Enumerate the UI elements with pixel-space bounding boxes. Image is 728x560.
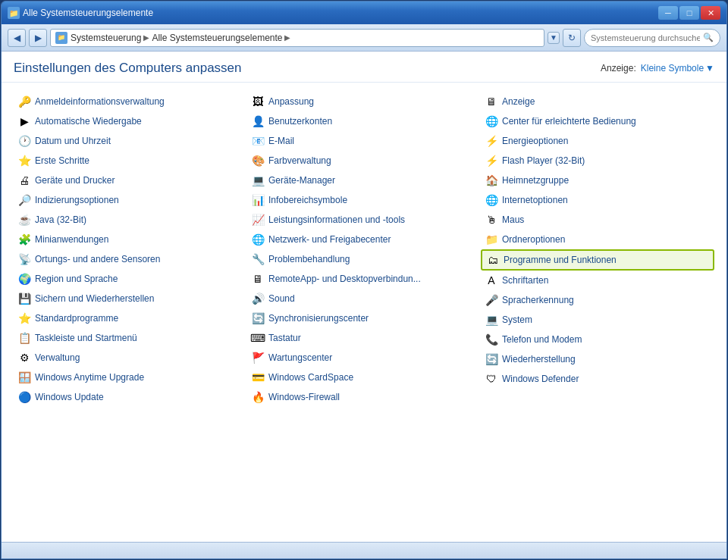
item-icon: 🔄 <box>252 312 264 324</box>
item-icon: 💻 <box>485 314 497 326</box>
statusbar <box>2 542 726 558</box>
item-icon: 🛡 <box>485 373 497 385</box>
close-button[interactable]: ✕ <box>701 6 720 20</box>
item-icon: 🔄 <box>485 353 497 365</box>
list-item[interactable]: 🎨Farbverwaltung <box>247 151 481 171</box>
list-item[interactable]: 🧩Minianwendungen <box>14 230 247 249</box>
item-label: Flash Player (32-Bit) <box>502 155 585 166</box>
list-item[interactable]: ⭐Standardprogramme <box>14 308 247 328</box>
item-icon: 🚩 <box>252 352 264 364</box>
list-item[interactable]: 🪟Windows Anytime Upgrade <box>14 368 247 387</box>
list-item[interactable]: ⚡Energieoptionen <box>481 131 714 151</box>
list-item[interactable]: 🗂Programme und Funktionen <box>481 249 714 271</box>
breadcrumb-part-1[interactable]: Systemsteuerung <box>71 33 141 43</box>
list-item[interactable]: 🖼Anpassung <box>247 92 481 111</box>
list-item[interactable]: 🌐Internetoptionen <box>481 190 714 210</box>
item-icon: ⚡ <box>485 135 497 147</box>
main-window: 📁 Alle Systemsteuerungselemente ─ □ ✕ ◀ … <box>1 1 727 559</box>
item-icon: 🖥 <box>252 273 264 285</box>
list-item[interactable]: 🔄Wiederherstellung <box>481 349 714 369</box>
item-label: Anpassung <box>268 96 314 107</box>
back-button[interactable]: ◀ <box>8 29 26 47</box>
forward-button[interactable]: ▶ <box>29 29 47 47</box>
item-icon: 🎨 <box>252 155 264 167</box>
list-item[interactable]: 🔥Windows-Firewall <box>247 387 481 407</box>
address-bar: 📁 Systemsteuerung ▶ Alle Systemsteuerung… <box>50 29 544 47</box>
list-item[interactable]: 🔑Anmeldeinformationsverwaltung <box>14 92 247 111</box>
dropdown-arrow[interactable]: ▼ <box>548 32 560 44</box>
item-label: Verwaltung <box>35 352 80 363</box>
list-item[interactable]: 🖨Geräte und Drucker <box>14 171 247 190</box>
item-label: Minianwendungen <box>35 234 108 245</box>
list-item[interactable]: 🚩Wartungscenter <box>247 348 481 368</box>
item-label: Datum und Uhrzeit <box>35 136 111 146</box>
list-item[interactable]: 📧E-Mail <box>247 131 481 151</box>
item-icon: 📋 <box>18 332 30 344</box>
item-label: Synchronisierungscenter <box>268 313 369 324</box>
list-item[interactable]: ASchriftarten <box>481 271 714 290</box>
list-item[interactable]: 🔵Windows Update <box>14 387 247 407</box>
list-item[interactable]: 🔄Synchronisierungscenter <box>247 308 481 328</box>
item-label: Wartungscenter <box>268 352 332 363</box>
list-item[interactable]: ⌨Tastatur <box>247 328 481 348</box>
titlebar: 📁 Alle Systemsteuerungselemente ─ □ ✕ <box>2 2 726 24</box>
list-item[interactable]: 💾Sichern und Wiederherstellen <box>14 289 247 308</box>
maximize-button[interactable]: □ <box>679 6 699 20</box>
list-item[interactable]: 🖥RemoteApp- und Desktopverbindun... <box>247 269 481 289</box>
item-label: Internetoptionen <box>502 195 568 205</box>
refresh-button[interactable]: ↻ <box>563 29 581 47</box>
list-item[interactable]: ⚙Verwaltung <box>14 348 247 368</box>
list-item[interactable]: 👤Benutzerkonten <box>247 111 481 131</box>
item-icon: 📊 <box>252 194 264 206</box>
item-icon: 🌍 <box>18 273 30 285</box>
list-item[interactable]: 💻Geräte-Manager <box>247 171 481 190</box>
list-item[interactable]: 🛡Windows Defender <box>481 369 714 389</box>
item-label: Sound <box>268 293 295 304</box>
list-item[interactable]: 🔎Indizierungsoptionen <box>14 190 247 210</box>
item-label: RemoteApp- und Desktopverbindun... <box>268 274 421 284</box>
list-item[interactable]: 🔧Problembehandlung <box>247 249 481 269</box>
item-icon: 📁 <box>485 233 497 246</box>
list-item[interactable]: 💻System <box>481 310 714 330</box>
item-icon: 🏠 <box>485 174 497 186</box>
list-item[interactable]: 🌐Netzwerk- und Freigabecenter <box>247 230 481 249</box>
item-label: Erste Schritte <box>35 155 89 166</box>
item-label: Ortungs- und andere Sensoren <box>35 254 160 264</box>
item-icon: 🪟 <box>18 371 30 383</box>
breadcrumb-part-2[interactable]: Alle Systemsteuerungselemente <box>152 33 282 43</box>
item-label: Region und Sprache <box>35 274 118 284</box>
list-item[interactable]: 📈Leistungsinformationen und -tools <box>247 210 481 230</box>
list-item[interactable]: 🎤Spracherkennung <box>481 290 714 310</box>
item-icon: 🖱 <box>485 214 497 226</box>
list-item[interactable]: ☕Java (32-Bit) <box>14 210 247 230</box>
item-label: Benutzerkonten <box>268 116 332 127</box>
list-item[interactable]: 🔊Sound <box>247 289 481 308</box>
item-icon: 🔊 <box>252 293 264 305</box>
list-item[interactable]: 🌐Center für erleichterte Bedienung <box>481 111 714 131</box>
item-icon: 🌐 <box>485 115 497 127</box>
search-input[interactable] <box>591 33 700 42</box>
list-item[interactable]: 📡Ortungs- und andere Sensoren <box>14 249 247 269</box>
list-item[interactable]: ⚡Flash Player (32-Bit) <box>481 151 714 171</box>
list-item[interactable]: 🖱Maus <box>481 210 714 230</box>
item-icon: ⭐ <box>18 312 30 324</box>
list-item[interactable]: 💳Windows CardSpace <box>247 368 481 387</box>
list-item[interactable]: 📊Infobereichsymbole <box>247 190 481 210</box>
list-item[interactable]: 🏠Heimnetzgruppe <box>481 171 714 190</box>
list-item[interactable]: 🌍Region und Sprache <box>14 269 247 289</box>
list-item[interactable]: 📋Taskleiste und Startmenü <box>14 328 247 348</box>
view-dropdown[interactable]: Kleine Symbole ▼ <box>641 63 714 74</box>
item-icon: 🔧 <box>252 253 264 265</box>
list-item[interactable]: 🖥Anzeige <box>481 92 714 111</box>
item-label: Windows Defender <box>502 374 579 384</box>
list-item[interactable]: 🕐Datum und Uhrzeit <box>14 131 247 151</box>
item-label: Telefon und Modem <box>502 334 582 345</box>
list-item[interactable]: 📁Ordneroptionen <box>481 230 714 249</box>
item-label: Problembehandlung <box>268 254 350 264</box>
list-item[interactable]: ▶Automatische Wiedergabe <box>14 111 247 131</box>
item-label: Heimnetzgruppe <box>502 175 569 186</box>
list-item[interactable]: 📞Telefon und Modem <box>481 330 714 349</box>
item-label: System <box>502 314 532 325</box>
minimize-button[interactable]: ─ <box>658 6 678 20</box>
list-item[interactable]: ⭐Erste Schritte <box>14 151 247 171</box>
